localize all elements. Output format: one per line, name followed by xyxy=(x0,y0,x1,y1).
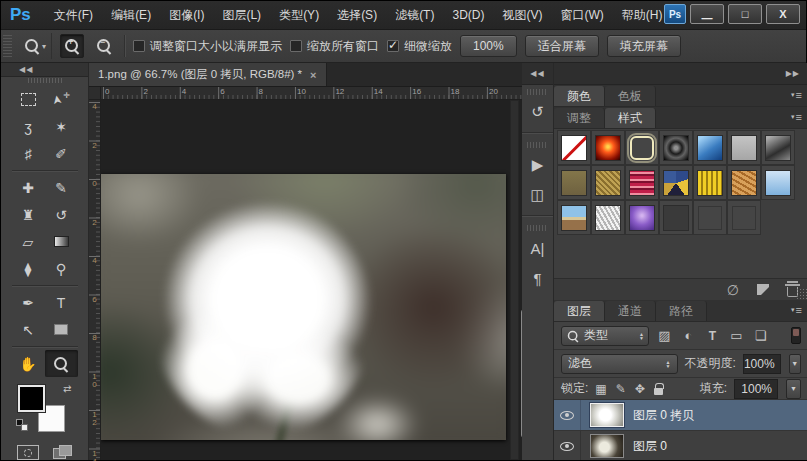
resize-windows-checkbox[interactable]: 调整窗口大小以满屏显示 xyxy=(133,38,282,55)
visibility-cell[interactable] xyxy=(554,400,581,430)
tools-gripper[interactable] xyxy=(1,77,88,84)
style-swatch-1[interactable] xyxy=(557,130,591,165)
scrollbar-thumb[interactable] xyxy=(521,309,522,438)
filter-pixel-layers-icon[interactable]: ▨ xyxy=(656,328,673,343)
filter-shape-layers-icon[interactable]: ▭ xyxy=(728,328,745,343)
lock-all-icon[interactable] xyxy=(654,388,663,395)
default-colors-icon[interactable] xyxy=(16,419,28,431)
tab-swatches[interactable]: 色板 xyxy=(605,86,656,106)
move-tool[interactable]: ➤✛ xyxy=(45,86,78,113)
dock-collapse-button[interactable]: ◀◀ xyxy=(522,63,553,85)
swap-colors-icon[interactable]: ⇄ xyxy=(63,383,71,394)
vertical-scrollbar[interactable] xyxy=(510,100,519,460)
layer-thumbnail[interactable] xyxy=(590,434,624,458)
maximize-button[interactable]: □ xyxy=(728,4,762,24)
style-swatch-17[interactable] xyxy=(625,200,659,235)
magic-wand-tool[interactable]: ✶ xyxy=(45,113,78,140)
visibility-cell[interactable] xyxy=(554,431,581,460)
style-swatch-9[interactable] xyxy=(591,165,625,200)
fill-dropdown-button[interactable]: ▼ xyxy=(786,379,801,399)
panel-resize-gripper[interactable] xyxy=(796,288,807,299)
options-bar-gripper[interactable] xyxy=(3,35,12,57)
screen-mode-button[interactable] xyxy=(53,445,73,460)
style-swatch-7[interactable] xyxy=(761,130,795,165)
brush-tool[interactable]: ✎ xyxy=(45,174,78,201)
lasso-tool[interactable]: ʒ xyxy=(12,113,45,140)
filter-type-dropdown[interactable]: 类型 ▲▼ xyxy=(561,326,649,346)
tab-channels[interactable]: 通道 xyxy=(605,301,656,321)
paragraph-panel-icon[interactable]: ¶ xyxy=(522,263,553,293)
eye-icon[interactable] xyxy=(560,442,574,451)
foreground-color-swatch[interactable] xyxy=(18,385,45,412)
panel-menu-icon[interactable]: ▾≡ xyxy=(791,89,802,101)
path-selection-tool[interactable]: ↖ xyxy=(12,316,45,343)
style-swatch-5[interactable] xyxy=(693,130,727,165)
panels-expand-button[interactable]: ▶▶ xyxy=(554,63,807,85)
spot-healing-brush-tool[interactable]: ✚ xyxy=(12,174,45,201)
style-swatch-6[interactable] xyxy=(727,130,761,165)
zoom-tool-preset[interactable]: ▾ xyxy=(20,33,52,59)
dodge-tool[interactable]: ⚲ xyxy=(45,255,78,282)
clone-stamp-tool[interactable]: ♜ xyxy=(12,201,45,228)
panel-menu-icon[interactable]: ▾≡ xyxy=(791,111,802,123)
tab-paths[interactable]: 路径 xyxy=(656,301,707,321)
new-style-icon[interactable] xyxy=(757,284,769,295)
style-swatch-13[interactable] xyxy=(727,165,761,200)
clear-style-icon[interactable]: ∅ xyxy=(727,283,739,297)
tab-styles[interactable]: 样式 xyxy=(605,108,656,128)
pasteboard[interactable] xyxy=(101,100,522,460)
menu-帮助(H)[interactable]: 帮助(H) xyxy=(613,1,672,30)
crop-tool[interactable]: ♯ xyxy=(12,140,45,167)
layer-filter-toggle[interactable] xyxy=(791,327,801,344)
eye-icon[interactable] xyxy=(560,411,574,420)
opacity-value[interactable]: 100% xyxy=(743,354,781,374)
style-swatch-3[interactable] xyxy=(625,130,659,165)
opacity-dropdown-button[interactable]: ▼ xyxy=(789,354,801,374)
3d-panel-icon[interactable]: ◫ xyxy=(522,180,553,210)
dock-gripper[interactable] xyxy=(527,225,548,231)
filter-type-layers-icon[interactable]: T xyxy=(704,329,721,343)
rectangular-marquee-tool[interactable] xyxy=(12,86,45,113)
tab-adjustments[interactable]: 调整 xyxy=(554,108,605,128)
gradient-tool[interactable] xyxy=(45,228,78,255)
menu-选择(S)[interactable]: 选择(S) xyxy=(328,1,386,30)
actions-panel-icon[interactable]: ▶ xyxy=(522,150,553,180)
style-swatch-12[interactable] xyxy=(693,165,727,200)
zoom-out-button[interactable]: − xyxy=(92,34,116,58)
zoom-tool[interactable] xyxy=(45,350,78,377)
checkbox-icon[interactable] xyxy=(387,40,399,52)
style-swatch-8[interactable] xyxy=(557,165,591,200)
lock-paint-icon[interactable]: ✎ xyxy=(616,382,626,396)
rectangle-tool[interactable] xyxy=(45,316,78,343)
style-swatch-4[interactable] xyxy=(659,130,693,165)
filter-smart-objects-icon[interactable]: ❏ xyxy=(752,328,769,343)
tab-color[interactable]: 颜色 xyxy=(554,86,605,106)
pen-tool[interactable]: ✒ xyxy=(12,289,45,316)
history-brush-tool[interactable]: ↺ xyxy=(45,201,78,228)
menu-图层(L)[interactable]: 图层(L) xyxy=(213,1,270,30)
eyedropper-tool[interactable]: ✐ xyxy=(45,140,78,167)
lock-position-icon[interactable]: ✥ xyxy=(635,382,645,396)
checkbox-icon[interactable] xyxy=(290,40,302,52)
menu-文件(F)[interactable]: 文件(F) xyxy=(45,1,102,30)
canvas-image-white-rose[interactable] xyxy=(101,174,506,440)
zoom-in-button[interactable]: + xyxy=(60,34,84,58)
scrubby-zoom-checkbox[interactable]: 细微缩放 xyxy=(387,38,452,55)
menu-3D(D)[interactable]: 3D(D) xyxy=(443,1,493,30)
style-swatch-19[interactable] xyxy=(693,200,727,235)
menu-编辑(E)[interactable]: 编辑(E) xyxy=(102,1,160,30)
fill-screen-button[interactable]: 填充屏幕 xyxy=(607,35,681,57)
history-panel-icon[interactable]: ↺ xyxy=(522,97,553,127)
layer-name[interactable]: 图层 0 拷贝 xyxy=(633,407,694,424)
character-panel-icon[interactable]: A| xyxy=(522,233,553,263)
close-button[interactable]: X xyxy=(766,4,800,24)
fill-value[interactable]: 100% xyxy=(734,379,778,399)
dock-gripper[interactable] xyxy=(527,89,548,95)
menu-视图(V)[interactable]: 视图(V) xyxy=(493,1,551,30)
layer-row-layer-0-copy[interactable]: 图层 0 拷贝 xyxy=(554,400,807,431)
checkbox-icon[interactable] xyxy=(133,40,145,52)
menu-类型(Y)[interactable]: 类型(Y) xyxy=(270,1,328,30)
eraser-tool[interactable]: ▱ xyxy=(12,228,45,255)
layer-thumbnail[interactable] xyxy=(590,403,624,427)
menu-图像(I)[interactable]: 图像(I) xyxy=(160,1,213,30)
